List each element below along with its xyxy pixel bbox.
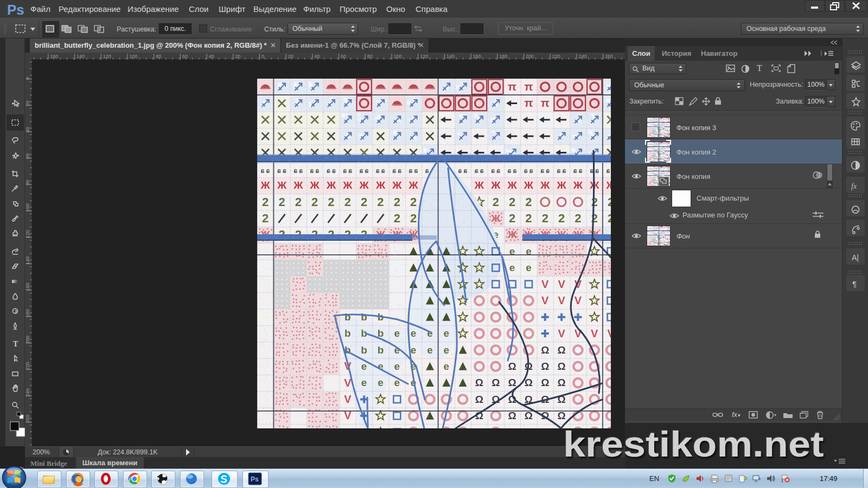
svg-text:160: 160 bbox=[25, 283, 30, 291]
svg-text:60: 60 bbox=[341, 54, 346, 59]
svg-text:20: 20 bbox=[235, 54, 240, 59]
svg-text:160: 160 bbox=[50, 54, 58, 59]
svg-text:160: 160 bbox=[473, 54, 481, 59]
svg-text:140: 140 bbox=[25, 256, 30, 265]
svg-text:fx: fx bbox=[851, 182, 857, 190]
svg-text:T: T bbox=[13, 340, 18, 348]
svg-text:A|: A| bbox=[852, 253, 859, 262]
svg-text:220: 220 bbox=[25, 362, 30, 370]
svg-text:240: 240 bbox=[578, 54, 586, 59]
svg-text:240: 240 bbox=[25, 388, 30, 396]
svg-text:20: 20 bbox=[25, 101, 30, 106]
svg-text:260: 260 bbox=[605, 54, 613, 59]
svg-text:140: 140 bbox=[76, 54, 85, 59]
svg-text:80: 80 bbox=[156, 54, 161, 59]
svg-text:80: 80 bbox=[25, 180, 30, 185]
svg-text:140: 140 bbox=[446, 54, 455, 59]
svg-text:¶: ¶ bbox=[852, 279, 857, 288]
svg-text:40: 40 bbox=[25, 127, 30, 132]
svg-text:220: 220 bbox=[552, 54, 560, 59]
svg-text:120: 120 bbox=[25, 230, 30, 238]
svg-text:0: 0 bbox=[261, 54, 264, 59]
svg-text:Ps: Ps bbox=[251, 476, 259, 483]
svg-text:100: 100 bbox=[25, 203, 30, 211]
svg-text:120: 120 bbox=[420, 54, 428, 59]
svg-text:40: 40 bbox=[209, 54, 214, 59]
svg-text:260: 260 bbox=[25, 415, 30, 423]
svg-text:120: 120 bbox=[103, 54, 111, 59]
svg-text:100: 100 bbox=[394, 54, 402, 59]
svg-text:60: 60 bbox=[182, 54, 188, 59]
svg-text:180: 180 bbox=[25, 309, 30, 317]
svg-text:200: 200 bbox=[25, 336, 30, 344]
svg-text:100: 100 bbox=[130, 54, 138, 59]
svg-text:0: 0 bbox=[25, 77, 30, 80]
svg-text:200: 200 bbox=[526, 54, 534, 59]
svg-text:20: 20 bbox=[288, 54, 293, 59]
svg-text:60: 60 bbox=[25, 153, 30, 159]
svg-text:80: 80 bbox=[367, 54, 373, 59]
svg-text:180: 180 bbox=[499, 54, 507, 59]
svg-text:40: 40 bbox=[314, 54, 320, 59]
